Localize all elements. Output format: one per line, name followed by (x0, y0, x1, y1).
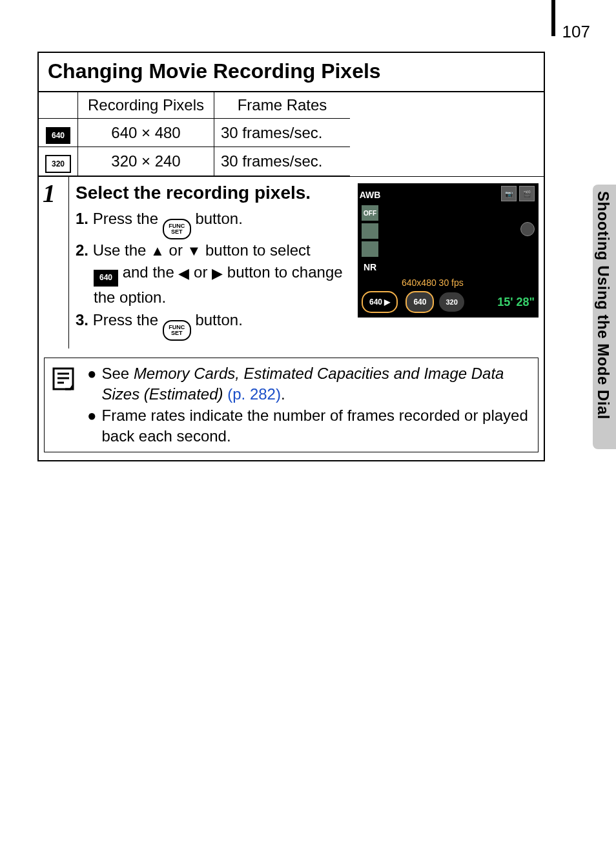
camera-lcd-screenshot: AWB OFF NR 📷 🎬 640x480 30 fps 640 ▶ 64 (358, 183, 539, 318)
cam-movie-icon: 🎬 (519, 186, 535, 201)
cam-left-icons: AWB OFF NR (362, 187, 378, 275)
cam-remaining-time: 15' 28" (497, 296, 535, 309)
row-rate-640: 30 frames/sec. (214, 119, 351, 147)
row-icon-320: 320 (39, 147, 78, 176)
table-header-row: Recording Pixels Frame Rates (39, 92, 350, 119)
substep-2: 2. Use the ▲ or ▼ button to select 640 a… (76, 239, 353, 309)
func-set-button-icon: FUNC SET (163, 320, 191, 341)
note1-italic: Memory Cards, Estimated Capacities and I… (102, 365, 504, 403)
funcset-bottom: SET (171, 330, 183, 336)
note1-text-a: See (102, 365, 134, 382)
substep-1-text-b: button. (195, 210, 242, 227)
func-set-button-icon: FUNC SET (163, 219, 191, 239)
cam-top-right-icons: 📷 🎬 (501, 186, 535, 201)
substep-3-text-b: button. (195, 311, 242, 328)
funcset-bottom: SET (171, 229, 183, 235)
size-640-icon: 640 (46, 127, 70, 144)
step-number-cell: 1 (39, 177, 69, 348)
row-rate-320: 30 frames/sec. (214, 147, 351, 176)
cam-selected-outer: 640 ▶ (362, 291, 398, 313)
down-arrow-icon: ▼ (187, 241, 201, 261)
substep-1: 1. Press the FUNC SET button. (76, 208, 353, 239)
substep-3-num: 3. (76, 311, 88, 328)
left-arrow-icon: ◀ (178, 263, 189, 284)
substep-2-text-a: Use the (93, 241, 150, 259)
table-header-rate: Frame Rates (214, 92, 351, 119)
cam-mycolors-icon (362, 223, 378, 239)
row-icon-640: 640 (39, 119, 78, 147)
cam-sel-640-left: 640 (369, 298, 382, 307)
note1-end: . (281, 385, 285, 403)
note-item-2: ● Frame rates indicate the number of fra… (87, 405, 531, 447)
row-pixels-640: 640 × 480 (78, 119, 214, 147)
step-heading: Select the recording pixels. (76, 182, 347, 204)
note1-page-link[interactable]: (p. 282) (223, 385, 281, 403)
table-row: 320 320 × 240 30 frames/sec. (39, 147, 350, 176)
note2-text: Frame rates indicate the number of frame… (102, 405, 532, 447)
step-1-row: 1 Select the recording pixels. 1. Press … (39, 176, 544, 348)
cam-selection-row: 640 ▶ 640 320 15' 28" (362, 290, 535, 314)
cam-off-icon: OFF (362, 205, 378, 221)
size-640-inline-icon: 640 (94, 270, 118, 287)
substep-2-text-b: or (169, 241, 187, 259)
substep-2-num: 2. (76, 241, 88, 259)
cam-shake-icon (520, 222, 535, 236)
main-content-box: Changing Movie Recording Pixels Recordin… (37, 52, 545, 461)
cam-awb-icon: AWB (362, 187, 378, 203)
table-header-pixels: Recording Pixels (78, 92, 214, 119)
table-row: 640 640 × 480 30 frames/sec. (39, 119, 350, 147)
cam-resolution-hint: 640x480 30 fps (402, 278, 464, 288)
note-item-1: ● See Memory Cards, Estimated Capacities… (87, 363, 531, 405)
right-arrow-icon: ▶ (212, 263, 223, 284)
row-pixels-320: 320 × 240 (78, 147, 214, 176)
table-header-blank (39, 92, 78, 119)
cam-option-320: 320 (439, 292, 464, 312)
substep-2-text-c: button to select (205, 241, 311, 259)
step-number: 1 (43, 178, 56, 208)
cam-metering-icon (362, 241, 378, 257)
bullet-icon: ● (87, 405, 97, 447)
substep-2-text-d: and the (123, 263, 179, 281)
step-body: Select the recording pixels. 1. Press th… (69, 177, 544, 348)
substep-1-text-a: Press the (93, 210, 163, 227)
cam-camera-icon: 📷 (501, 186, 517, 201)
cam-selected-640: 640 (406, 291, 434, 313)
up-arrow-icon: ▲ (150, 241, 165, 261)
page-number: 107 (562, 22, 590, 42)
substep-1-num: 1. (76, 210, 88, 227)
page-number-rule (551, 0, 555, 36)
bullet-icon: ● (87, 363, 97, 405)
note-icon (51, 363, 78, 447)
note-list: ● See Memory Cards, Estimated Capacities… (87, 363, 531, 447)
cam-nr-icon: NR (362, 259, 378, 275)
substep-3-text-a: Press the (93, 311, 163, 328)
substep-2-text-e: or (194, 263, 212, 281)
side-section-label: Shooting Using the Mode Dial (594, 191, 612, 419)
size-320-icon: 320 (45, 155, 71, 173)
note-box: ● See Memory Cards, Estimated Capacities… (44, 358, 539, 453)
substep-3: 3. Press the FUNC SET button. (76, 309, 353, 341)
section-title: Changing Movie Recording Pixels (39, 53, 544, 92)
recording-pixels-table: Recording Pixels Frame Rates 640 640 × 4… (39, 92, 350, 176)
